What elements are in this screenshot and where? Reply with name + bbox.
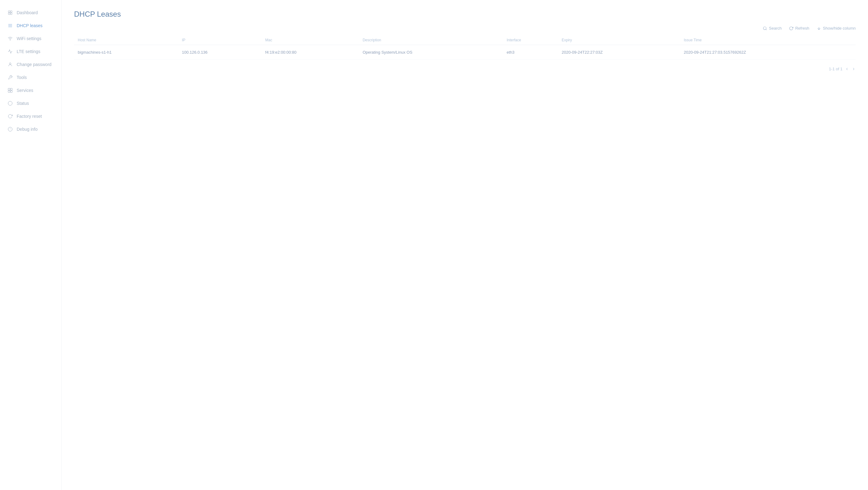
- leases-table: Host Name IP Mac Description Interface E…: [74, 35, 856, 60]
- svg-rect-2: [8, 13, 10, 14]
- refresh-button[interactable]: Refresh: [789, 26, 809, 31]
- col-description: Description: [359, 35, 503, 45]
- list-icon: [7, 23, 13, 28]
- sidebar-label-lte-settings: LTE settings: [17, 49, 40, 54]
- sidebar-item-factory-reset[interactable]: Factory reset: [0, 110, 61, 123]
- sidebar-label-status: Status: [17, 101, 29, 106]
- table-body: bigmachines-s1-h1 100.126.0.136 f4:19:e2…: [74, 45, 856, 60]
- refresh-icon: [7, 113, 13, 119]
- sidebar-item-dhcp-leases[interactable]: DHCP leases: [0, 19, 61, 32]
- col-mac: Mac: [262, 35, 359, 45]
- wifi-icon: [7, 36, 13, 41]
- sidebar-item-debug-info[interactable]: Debug info: [0, 123, 61, 136]
- services-icon: [7, 88, 13, 93]
- svg-point-7: [10, 40, 10, 40]
- col-expiry: Expiry: [558, 35, 680, 45]
- svg-point-13: [8, 101, 12, 105]
- sidebar-label-dhcp-leases: DHCP leases: [17, 23, 42, 28]
- refresh-label: Refresh: [795, 26, 809, 31]
- search-icon: [763, 26, 767, 31]
- search-button[interactable]: Search: [763, 26, 782, 31]
- col-issue-time: Issue Time: [680, 35, 856, 45]
- search-label: Search: [769, 26, 782, 31]
- columns-icon: [817, 26, 821, 31]
- grid-icon: [7, 10, 13, 15]
- sidebar-item-tools[interactable]: Tools: [0, 71, 61, 84]
- table-header: Host Name IP Mac Description Interface E…: [74, 35, 856, 45]
- circle-icon: [7, 101, 13, 106]
- cell-mac: f4:19:e2:00:00:80: [262, 45, 359, 60]
- table-row: bigmachines-s1-h1 100.126.0.136 f4:19:e2…: [74, 45, 856, 60]
- pagination-prev[interactable]: ‹: [845, 65, 849, 73]
- col-interface: Interface: [503, 35, 558, 45]
- sidebar-item-change-password[interactable]: Change password: [0, 58, 61, 71]
- sidebar-label-tools: Tools: [17, 75, 27, 80]
- tool-icon: [7, 75, 13, 80]
- user-icon: [7, 62, 13, 67]
- sidebar-label-debug-info: Debug info: [17, 127, 38, 132]
- sidebar-label-services: Services: [17, 88, 33, 93]
- cell-interface: eth3: [503, 45, 558, 60]
- table-container: Host Name IP Mac Description Interface E…: [74, 35, 856, 60]
- svg-rect-10: [10, 88, 12, 90]
- refresh-icon-toolbar: [789, 26, 793, 31]
- cell-expiry: 2020-09-24T22:27:03Z: [558, 45, 680, 60]
- svg-rect-11: [8, 91, 10, 93]
- svg-point-17: [764, 27, 766, 29]
- svg-point-8: [9, 63, 11, 64]
- svg-rect-0: [8, 11, 10, 12]
- cell-ip: 100.126.0.136: [178, 45, 261, 60]
- pagination: 1-1 of 1 ‹ ›: [74, 65, 856, 73]
- show-hide-label: Show/hide column: [823, 26, 856, 31]
- col-host-name: Host Name: [74, 35, 178, 45]
- toolbar: Search Refresh Show/hide column: [74, 26, 856, 31]
- sidebar-item-lte-settings[interactable]: LTE settings: [0, 45, 61, 58]
- sidebar-item-wifi-settings[interactable]: WiFi settings: [0, 32, 61, 45]
- cell-description: Operating System/Linux OS: [359, 45, 503, 60]
- col-ip: IP: [178, 35, 261, 45]
- show-hide-button[interactable]: Show/hide column: [817, 26, 856, 31]
- sidebar-label-wifi-settings: WiFi settings: [17, 36, 41, 41]
- page-title: DHCP Leases: [74, 10, 856, 19]
- sidebar-item-services[interactable]: Services: [0, 84, 61, 97]
- signal-icon: [7, 49, 13, 54]
- cell-issue-time: 2020-09-24T21:27:03.515769262Z: [680, 45, 856, 60]
- svg-rect-12: [10, 91, 12, 93]
- pagination-text: 1-1 of 1: [829, 67, 842, 71]
- sidebar-item-status[interactable]: Status: [0, 97, 61, 110]
- cell-host-name: bigmachines-s1-h1: [74, 45, 178, 60]
- sidebar-item-dashboard[interactable]: Dashboard: [0, 6, 61, 19]
- sidebar: Dashboard DHCP leases WiFi settings LTE …: [0, 0, 62, 490]
- main-content: DHCP Leases Search Refresh Show/hide col…: [62, 0, 868, 490]
- pagination-next[interactable]: ›: [851, 65, 856, 73]
- svg-rect-3: [10, 13, 12, 14]
- sidebar-label-factory-reset: Factory reset: [17, 114, 42, 119]
- svg-rect-9: [8, 88, 10, 90]
- sidebar-label-change-password: Change password: [17, 62, 52, 67]
- svg-line-18: [766, 29, 767, 30]
- svg-rect-1: [10, 11, 12, 12]
- info-icon: [7, 126, 13, 132]
- sidebar-label-dashboard: Dashboard: [17, 10, 38, 15]
